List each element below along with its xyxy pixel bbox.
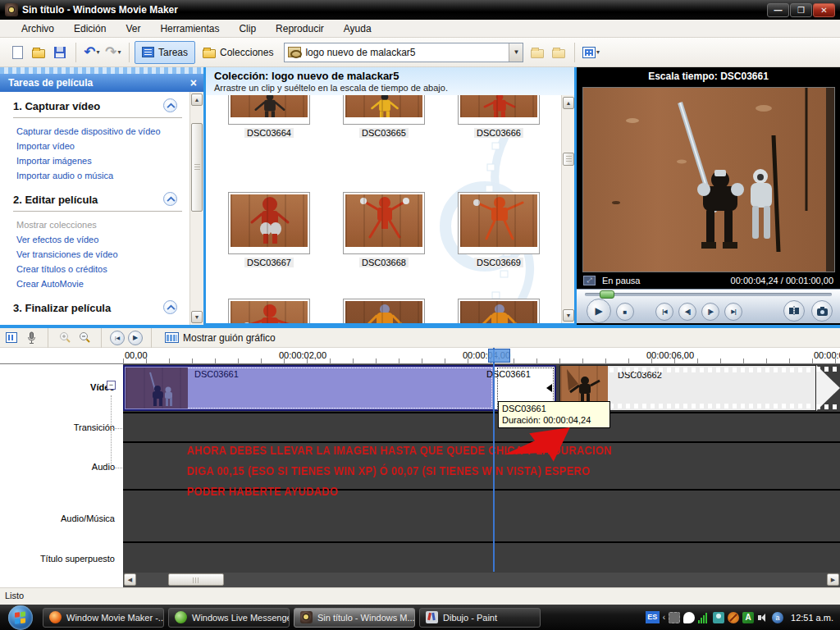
split-clip-button[interactable]	[783, 300, 805, 322]
clip-thumbnail[interactable]: DSC03664	[226, 95, 312, 139]
play-button[interactable]: ▶	[587, 299, 611, 323]
link-automovie[interactable]: Crear AutoMovie	[16, 279, 182, 289]
link-import-video[interactable]: Importar vídeo	[16, 141, 182, 151]
restore-button[interactable]: ❐	[790, 3, 812, 17]
clip-thumbnail-partial[interactable]	[456, 299, 541, 323]
menu-reproducir[interactable]: Reproducir	[266, 21, 334, 37]
link-capture-device[interactable]: Capturar desde dispositivo de vídeo	[16, 126, 182, 136]
menu-edicion[interactable]: Edición	[64, 21, 116, 37]
menu-archivo[interactable]: Archivo	[11, 21, 64, 37]
show-storyboard-button[interactable]: Mostrar guión gráfico	[160, 331, 281, 345]
seek-thumb[interactable]	[600, 290, 614, 299]
narrate-timeline-button[interactable]	[23, 330, 39, 346]
menu-herramientas[interactable]: Herramientas	[150, 21, 229, 37]
timeline-ruler[interactable]: 00,00 00:00:02,00 00:00:04,00 00:00:06,0…	[0, 348, 840, 364]
tray-blocked-icon[interactable]	[728, 612, 739, 623]
task-pane-scrollbar[interactable]: ▲ ▼	[189, 92, 203, 325]
ruler-label-2s: 00:00:02,00	[279, 350, 326, 360]
task-pane-close-icon[interactable]: ×	[190, 75, 197, 90]
scrollbar-thumb[interactable]	[563, 153, 574, 166]
microphone-icon	[26, 331, 37, 345]
up-collection-button[interactable]	[550, 43, 568, 62]
scroll-up-icon[interactable]: ▲	[191, 94, 203, 106]
tray-user-status-icon[interactable]	[713, 612, 724, 623]
taskbar-button-paint[interactable]: Dibujo - Paint	[419, 608, 541, 628]
link-show-collections[interactable]: Mostrar colecciones	[16, 220, 182, 230]
tray-volume-icon[interactable]	[757, 612, 769, 623]
tray-hidden-icon[interactable]	[669, 612, 680, 623]
scroll-down-icon[interactable]: ▼	[563, 309, 574, 322]
collection-dropdown-caret[interactable]: ▼	[509, 43, 523, 62]
clip-thumbnail-partial[interactable]	[226, 299, 312, 323]
title-bar: Sin título - Windows Movie Maker — ❐ ✕	[0, 0, 840, 20]
collapse-chevron-icon[interactable]	[163, 98, 177, 112]
tray-avast-icon[interactable]: a	[772, 612, 783, 623]
collection-dropdown[interactable]: logo nuevo de malackar5 ▼	[284, 43, 523, 62]
clip-thumbnail[interactable]: DSC03667	[226, 192, 312, 269]
clip-label: DSC03669	[474, 258, 523, 267]
playhead-line[interactable]	[493, 348, 495, 572]
seek-bar[interactable]	[585, 293, 832, 296]
play-timeline-button[interactable]: ▶	[128, 331, 143, 345]
track-label-audio-music: Audio/Música	[0, 514, 115, 523]
playhead-handle[interactable]	[488, 349, 510, 363]
taskbar-button-firefox[interactable]: Window Movie Maker -...	[43, 608, 164, 628]
trim-handle-icon[interactable]	[546, 384, 552, 392]
collapse-chevron-icon[interactable]	[163, 300, 177, 314]
redo-button[interactable]: ↷▾	[104, 43, 122, 62]
zoom-in-button[interactable]	[57, 330, 73, 346]
zoom-out-button[interactable]	[76, 330, 93, 346]
scroll-right-icon[interactable]: ▶	[827, 573, 839, 586]
audio-levels-button[interactable]	[3, 330, 20, 346]
tasks-toggle-button[interactable]: Tareas	[135, 41, 195, 64]
scroll-left-icon[interactable]: ◀	[124, 573, 136, 586]
clip-thumbnail[interactable]: DSC03668	[341, 192, 427, 269]
timeline-scrollbar[interactable]: ◀ ▶	[123, 573, 840, 587]
tray-antivirus-icon[interactable]: A	[742, 612, 754, 623]
open-project-button[interactable]	[30, 43, 48, 62]
scroll-up-icon[interactable]: ▲	[563, 97, 574, 109]
start-button[interactable]	[8, 605, 33, 630]
link-titles-credits[interactable]: Crear títulos o créditos	[16, 264, 182, 274]
minimize-button[interactable]: —	[767, 3, 789, 17]
scrollbar-thumb[interactable]	[191, 123, 203, 212]
menu-clip[interactable]: Clip	[229, 21, 266, 37]
tray-collapse-icon[interactable]: ‹	[663, 613, 665, 622]
link-video-transitions[interactable]: Ver transiciones de vídeo	[16, 249, 182, 259]
menu-ver[interactable]: Ver	[116, 21, 150, 37]
link-import-audio[interactable]: Importar audio o música	[16, 171, 182, 180]
new-project-button[interactable]	[8, 43, 26, 62]
tray-messenger-bubble-icon[interactable]	[683, 612, 695, 623]
take-picture-button[interactable]	[811, 300, 833, 322]
save-project-button[interactable]	[51, 43, 69, 62]
step-forward-button[interactable]: ||▶	[701, 303, 719, 321]
link-import-images[interactable]: Importar imágenes	[16, 156, 182, 166]
menu-ayuda[interactable]: Ayuda	[334, 21, 381, 37]
clip-thumbnail-partial[interactable]	[341, 299, 427, 323]
stop-button[interactable]: ■	[616, 303, 634, 321]
clip-thumbnail[interactable]: DSC03666	[456, 95, 541, 139]
undo-button[interactable]: ↶▾	[83, 43, 101, 62]
next-frame-button[interactable]: ▶|	[724, 303, 742, 321]
ruler-label-8s: 00:00:08,0	[814, 350, 840, 360]
scroll-down-icon[interactable]: ▼	[191, 311, 203, 323]
collections-toggle-button[interactable]: Colecciones	[195, 41, 281, 64]
previous-frame-button[interactable]: |◀	[655, 303, 673, 321]
step-back-button[interactable]: ◀||	[678, 303, 696, 321]
tray-signal-bars-icon[interactable]	[698, 612, 710, 623]
taskbar-button-moviemaker[interactable]: Sin título - Windows M...	[294, 608, 415, 628]
close-button[interactable]: ✕	[813, 3, 835, 17]
taskbar-button-messenger[interactable]: Windows Live Messenger	[168, 608, 290, 628]
scrollbar-thumb[interactable]	[168, 573, 224, 586]
views-button[interactable]: ▾	[582, 43, 600, 62]
collapse-chevron-icon[interactable]	[163, 192, 177, 206]
fullscreen-icon[interactable]: ⤢	[583, 276, 596, 285]
language-indicator[interactable]: ES	[646, 611, 660, 623]
rewind-timeline-button[interactable]: |◀	[110, 331, 125, 345]
collapse-video-track-icon[interactable]: −	[107, 381, 116, 390]
clip-thumbnail[interactable]: DSC03669	[456, 192, 541, 269]
collection-scrollbar[interactable]: ▲ ▼	[561, 95, 575, 323]
clip-thumbnail[interactable]: DSC03665	[341, 95, 427, 139]
link-video-effects[interactable]: Ver efectos de vídeo	[16, 235, 182, 244]
back-collection-button[interactable]	[528, 43, 546, 62]
